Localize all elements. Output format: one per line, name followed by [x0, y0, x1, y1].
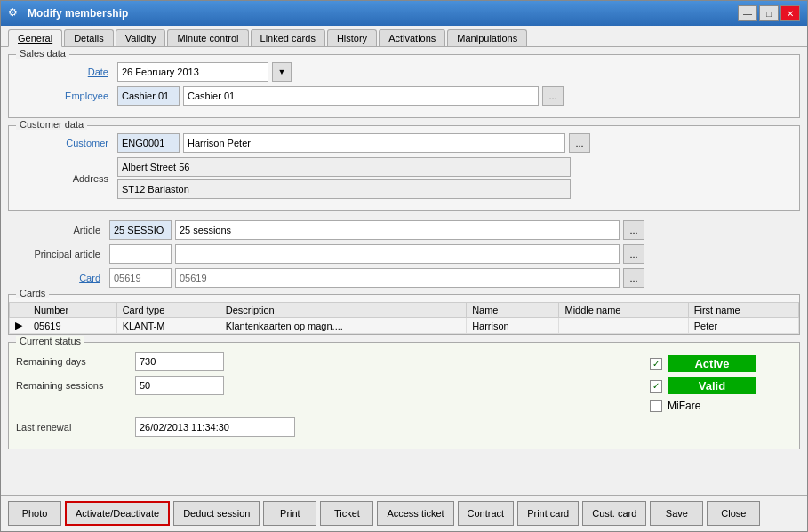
card-label[interactable]: Card — [8, 273, 106, 283]
status-layout: Remaining days Remaining sessions Last r… — [16, 352, 792, 441]
address2-input — [117, 179, 571, 199]
tab-minute-control[interactable]: Minute control — [167, 29, 248, 46]
row-arrow: ▶ — [10, 318, 28, 334]
window-title: Modify membership — [28, 7, 128, 20]
main-window: ⚙ Modify membership — □ ✕ General Detail… — [0, 0, 808, 532]
bottom-bar: Photo Activate/Deactivate Deduct session… — [1, 495, 807, 531]
tabs-bar: General Details Validity Minute control … — [1, 26, 807, 47]
customer-data-section: Customer data Customer ... Address — [8, 125, 800, 211]
date-label[interactable]: Date — [16, 67, 114, 77]
print-button[interactable]: Print — [263, 501, 316, 526]
date-dropdown-button[interactable]: ▼ — [272, 62, 292, 82]
access-ticket-button[interactable]: Access ticket — [377, 501, 453, 526]
title-bar: ⚙ Modify membership — □ ✕ — [1, 1, 807, 26]
last-renewal-label: Last renewal — [16, 422, 132, 433]
remaining-sessions-input — [135, 376, 224, 395]
tab-validity[interactable]: Validity — [116, 29, 166, 46]
current-status-title: Current status — [16, 336, 84, 346]
deduct-session-button[interactable]: Deduct session — [173, 501, 260, 526]
save-button[interactable]: Save — [650, 501, 703, 526]
activate-deactivate-button[interactable]: Activate/Deactivate — [65, 501, 170, 526]
last-renewal-row: Last renewal — [16, 417, 636, 437]
article-section: Article ... Principal article ... Card .… — [8, 218, 800, 294]
remaining-days-label: Remaining days — [16, 356, 132, 367]
remaining-sessions-label: Remaining sessions — [16, 380, 132, 391]
photo-button[interactable]: Photo — [8, 501, 61, 526]
article-code-input[interactable] — [109, 220, 172, 240]
employee-code-input[interactable] — [117, 86, 180, 106]
close-button[interactable]: Close — [707, 501, 760, 526]
row-number: 05619 — [28, 318, 117, 334]
row-name: Harrison — [467, 318, 559, 334]
tab-details[interactable]: Details — [64, 29, 114, 46]
remaining-days-input — [135, 352, 224, 371]
cards-table: Number Card type Description Name Middle… — [9, 302, 799, 334]
col-description: Description — [220, 303, 466, 318]
remaining-days-row: Remaining days — [16, 352, 636, 371]
table-row[interactable]: ▶ 05619 KLANT-M Klantenkaarten op magn..… — [10, 318, 799, 334]
customer-name-input[interactable] — [183, 133, 565, 153]
valid-checkbox[interactable]: ✓ — [650, 380, 662, 393]
principal-article-row: Principal article ... — [8, 244, 800, 264]
valid-badge-row: ✓ Valid — [650, 377, 792, 394]
col-card-type: Card type — [116, 303, 220, 318]
principal-article-browse-button[interactable]: ... — [623, 244, 644, 264]
title-bar-left: ⚙ Modify membership — [8, 6, 128, 20]
content-area: Sales data Date ▼ Employee ... Customer … — [1, 47, 807, 495]
mifare-row: MiFare — [650, 400, 792, 412]
print-card-button[interactable]: Print card — [517, 501, 579, 526]
card-code-input — [109, 268, 172, 288]
row-card-type: KLANT-M — [116, 318, 220, 334]
tab-activations[interactable]: Activations — [379, 29, 445, 46]
card-row: Card ... — [8, 268, 800, 288]
address-row: Address — [16, 157, 792, 199]
customer-data-title: Customer data — [16, 119, 87, 130]
customer-browse-button[interactable]: ... — [569, 133, 590, 153]
col-middle-name: Middle name — [559, 303, 688, 318]
maximize-button[interactable]: □ — [759, 5, 779, 21]
article-row: Article ... — [8, 220, 800, 240]
tab-manipulations[interactable]: Manipulations — [447, 29, 527, 46]
employee-name-input[interactable] — [183, 86, 539, 106]
article-name-input[interactable] — [175, 220, 620, 240]
customer-code-input[interactable] — [117, 133, 180, 153]
status-left: Remaining days Remaining sessions Last r… — [16, 352, 636, 441]
window-icon: ⚙ — [8, 6, 22, 20]
cards-table-wrapper: Number Card type Description Name Middle… — [9, 302, 799, 334]
date-input[interactable] — [117, 62, 268, 82]
date-row: Date ▼ — [16, 62, 792, 82]
customer-row: Customer ... — [16, 133, 792, 153]
employee-label: Employee — [16, 91, 114, 101]
card-browse-button[interactable]: ... — [623, 268, 644, 288]
address-label: Address — [16, 173, 114, 184]
employee-browse-button[interactable]: ... — [542, 86, 564, 106]
current-status-section: Current status Remaining days Remaining … — [8, 342, 800, 449]
tab-general[interactable]: General — [8, 29, 62, 47]
title-buttons: — □ ✕ — [738, 5, 800, 21]
principal-article-label: Principal article — [8, 249, 106, 259]
col-arrow — [10, 303, 28, 318]
col-number: Number — [28, 303, 117, 318]
ticket-button[interactable]: Ticket — [320, 501, 373, 526]
cust-card-button[interactable]: Cust. card — [582, 501, 646, 526]
principal-article-name-input[interactable] — [175, 244, 620, 264]
contract-button[interactable]: Contract — [458, 501, 515, 526]
row-middle-name — [559, 318, 688, 334]
sales-data-title: Sales data — [16, 48, 69, 59]
active-badge: Active — [668, 355, 756, 372]
cards-section-title: Cards — [16, 288, 49, 298]
principal-article-code-input[interactable] — [109, 244, 172, 264]
close-window-button[interactable]: ✕ — [780, 5, 800, 21]
tab-history[interactable]: History — [327, 29, 377, 46]
row-first-name: Peter — [688, 318, 798, 334]
mifare-checkbox[interactable] — [650, 400, 662, 412]
article-browse-button[interactable]: ... — [623, 220, 644, 240]
address1-input — [117, 157, 571, 177]
col-name: Name — [467, 303, 559, 318]
minimize-button[interactable]: — — [738, 5, 757, 21]
active-checkbox[interactable]: ✓ — [650, 358, 662, 370]
valid-badge: Valid — [668, 377, 756, 394]
tab-linked-cards[interactable]: Linked cards — [251, 29, 325, 46]
customer-label: Customer — [16, 138, 114, 148]
article-label: Article — [8, 225, 106, 235]
